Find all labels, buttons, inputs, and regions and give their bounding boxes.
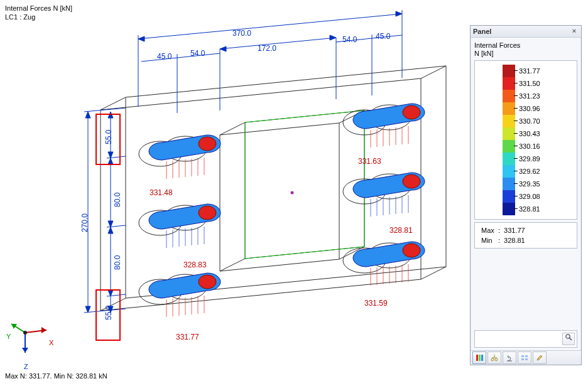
svg-point-66 <box>403 244 420 257</box>
panel-unit: N [kN] <box>474 50 577 58</box>
edit-tab[interactable] <box>533 351 547 364</box>
legend-label-1: 331.50 <box>519 77 573 90</box>
model-svg <box>0 0 465 370</box>
svg-point-121 <box>495 358 498 361</box>
dim-left-2: 80.0 <box>113 193 122 207</box>
legend-swatch-6 <box>503 140 515 153</box>
dim-top-2: 45.0 <box>157 52 172 61</box>
color-legend: 331.77331.50331.23330.96330.70330.43330.… <box>474 60 577 220</box>
bolt-value-1: 328.83 <box>183 260 207 269</box>
legend-label-6: 330.16 <box>519 140 573 153</box>
legend-label-9: 329.35 <box>519 178 573 190</box>
panel-title: Panel <box>473 28 491 35</box>
svg-marker-103 <box>108 227 113 233</box>
bolt-value-5: 331.59 <box>364 299 388 308</box>
svg-point-26 <box>199 206 216 220</box>
panel-titlebar[interactable]: Panel × <box>471 26 581 38</box>
dim-left-3: 80.0 <box>113 255 122 270</box>
svg-rect-125 <box>521 358 524 360</box>
legend-label-2: 331.23 <box>519 90 573 102</box>
legend-label-4: 330.70 <box>519 115 573 127</box>
dim-top-3: 54.0 <box>190 49 205 58</box>
svg-marker-102 <box>108 221 113 227</box>
min-label: Min <box>481 237 493 244</box>
results-panel: Panel × Internal Forces N [kN] 331.77331… <box>470 25 582 365</box>
legend-label-7: 329.89 <box>519 153 573 165</box>
balance-tab[interactable] <box>487 351 501 364</box>
svg-rect-124 <box>525 355 528 357</box>
svg-line-114 <box>570 338 572 340</box>
dim-top-1: 172.0 <box>258 44 276 53</box>
dim-left-4: 55.0 <box>104 306 113 320</box>
legend-swatch-1 <box>503 77 515 90</box>
axis-x-label: X <box>49 339 53 346</box>
views-tab[interactable] <box>518 351 531 364</box>
legend-label-11: 328.81 <box>519 203 573 215</box>
svg-rect-123 <box>521 355 524 357</box>
svg-line-94 <box>84 108 126 112</box>
legend-swatch-9 <box>503 178 515 190</box>
dim-top-5: 45.0 <box>376 32 390 41</box>
svg-point-46 <box>403 105 420 119</box>
panel-tab-strip <box>471 350 581 365</box>
panel-result-name: Internal Forces <box>474 41 577 50</box>
svg-point-36 <box>199 275 216 289</box>
svg-point-56 <box>403 174 420 188</box>
svg-marker-80 <box>220 46 226 51</box>
dim-left-0: 270.0 <box>80 213 89 232</box>
legend-label-3: 330.96 <box>519 102 573 115</box>
bolt-value-2: 331.77 <box>176 333 199 341</box>
svg-rect-126 <box>525 358 528 360</box>
legend-swatch-11 <box>503 203 515 215</box>
svg-rect-115 <box>476 355 478 361</box>
bolt-value-3: 331.63 <box>358 157 381 166</box>
microscope-tab[interactable] <box>503 351 516 364</box>
legend-swatch-7 <box>503 153 515 165</box>
dim-left-1: 55.0 <box>104 130 113 144</box>
dim-top-0: 370.0 <box>232 29 251 38</box>
legend-swatch-3 <box>503 102 515 115</box>
max-value: 331.77 <box>504 227 525 234</box>
svg-marker-77 <box>138 36 144 41</box>
svg-marker-78 <box>396 11 402 16</box>
svg-point-13 <box>291 191 294 195</box>
axis-triad: X Y Z <box>9 314 59 364</box>
dim-top-4: 54.0 <box>342 35 357 44</box>
legend-swatch-2 <box>503 90 515 102</box>
min-value: 328.81 <box>504 237 525 244</box>
search-icon[interactable] <box>562 333 575 345</box>
svg-line-74 <box>138 14 402 39</box>
svg-point-113 <box>566 335 570 338</box>
viewport-3d[interactable]: Internal Forces N [kN] LC1 : Zug <box>0 0 465 386</box>
svg-point-120 <box>491 358 494 361</box>
close-icon[interactable]: × <box>570 27 579 36</box>
bolt-value-4: 328.81 <box>389 226 413 235</box>
legend-swatch-5 <box>503 127 515 140</box>
status-summary: Max N: 331.77. Min N: 328.81 kN <box>5 372 107 380</box>
svg-marker-92 <box>85 306 90 313</box>
legend-tab[interactable] <box>472 351 486 364</box>
legend-label-10: 329.08 <box>519 190 573 203</box>
legend-label-5: 330.43 <box>519 127 573 140</box>
svg-marker-91 <box>85 112 90 118</box>
axis-y-label: Y <box>6 333 11 340</box>
panel-subtitle: Internal Forces N [kN] <box>474 41 577 58</box>
legend-swatch-10 <box>503 190 515 203</box>
svg-marker-81 <box>330 35 336 40</box>
bolt-value-0: 331.48 <box>150 188 173 197</box>
max-label: Max <box>481 227 494 234</box>
legend-label-0: 331.77 <box>519 65 573 77</box>
minmax-box: Max : 331.77 Min : 328.81 <box>474 222 577 249</box>
svg-marker-6 <box>220 123 339 271</box>
panel-tools <box>474 330 577 348</box>
svg-rect-117 <box>481 355 483 361</box>
svg-point-16 <box>199 137 216 151</box>
svg-rect-116 <box>479 355 481 361</box>
legend-swatch-4 <box>503 115 515 127</box>
legend-swatch-8 <box>503 165 515 178</box>
svg-line-79 <box>220 38 336 49</box>
legend-swatch-0 <box>503 65 515 77</box>
legend-label-8: 329.62 <box>519 165 573 178</box>
axis-z-label: Z <box>24 363 28 370</box>
